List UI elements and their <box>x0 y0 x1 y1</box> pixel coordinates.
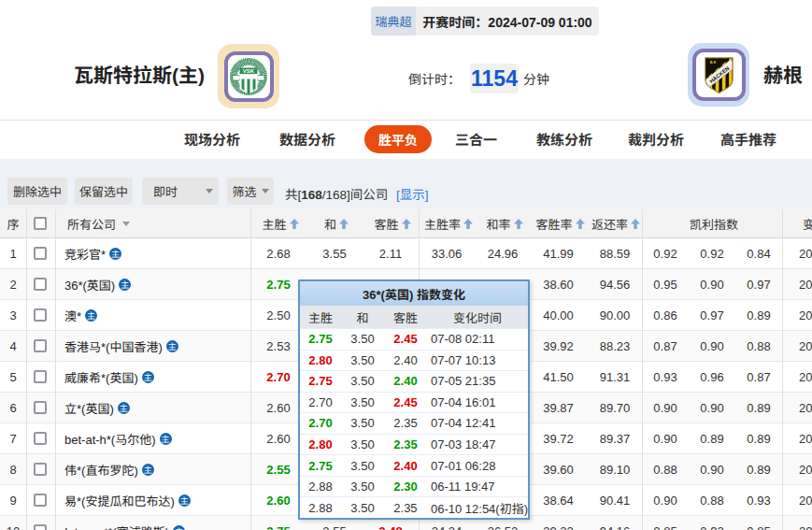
svg-text:B-K: B-K <box>709 60 716 64</box>
svg-text:VSK: VSK <box>243 68 255 74</box>
